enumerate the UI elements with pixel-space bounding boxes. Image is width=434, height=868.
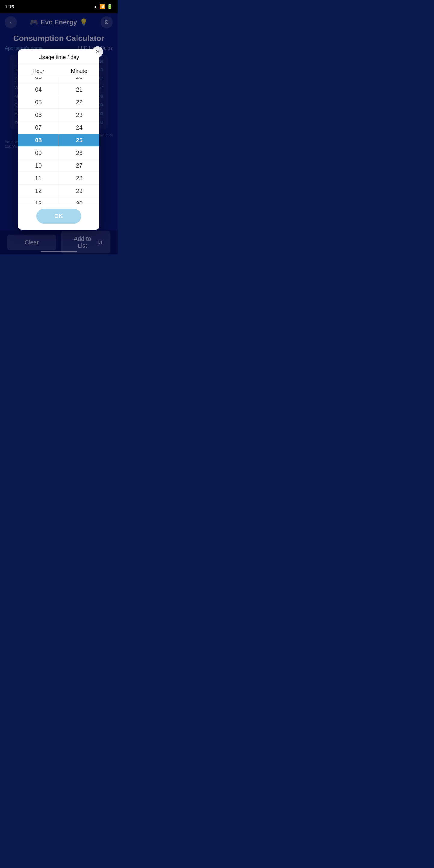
hour-item-06[interactable]: 06 [18, 109, 59, 121]
status-bar: 1:15 ▲ 📶 🔋 [0, 0, 118, 13]
close-icon: ✕ [96, 49, 100, 55]
hour-item-10[interactable]: 10 [18, 159, 59, 172]
ok-button-wrap: OK [18, 204, 99, 230]
picker-scroll-area[interactable]: 00 01 02 03 04 05 06 07 08 09 10 11 12 1… [18, 77, 99, 204]
status-time: 1:15 [5, 4, 14, 9]
minute-item-27[interactable]: 27 [59, 159, 100, 172]
hour-item-07[interactable]: 07 [18, 121, 59, 134]
minute-item-24[interactable]: 24 [59, 121, 100, 134]
close-button[interactable]: ✕ [92, 46, 103, 57]
hour-item-12[interactable]: 12 [18, 185, 59, 197]
minute-item-20[interactable]: 20 [59, 77, 100, 84]
hour-item-13[interactable]: 13 [18, 197, 59, 204]
hour-picker-column[interactable]: 00 01 02 03 04 05 06 07 08 09 10 11 12 1… [18, 77, 59, 204]
hour-item-11[interactable]: 11 [18, 172, 59, 185]
picker-header: Hour Minute [18, 64, 99, 77]
hour-item-03[interactable]: 03 [18, 77, 59, 84]
app-background: ‹ 🎮 Evo Energy 💡 ⚙ Consumption Calculato… [0, 13, 118, 254]
minute-item-26[interactable]: 26 [59, 147, 100, 159]
minute-item-21[interactable]: 21 [59, 84, 100, 96]
ok-button[interactable]: OK [36, 209, 82, 224]
minute-item-29[interactable]: 29 [59, 185, 100, 197]
time-picker-modal: Usage time / day Hour Minute 00 01 02 03… [18, 50, 99, 230]
minute-item-28[interactable]: 28 [59, 172, 100, 185]
minute-item-23[interactable]: 23 [59, 109, 100, 121]
hour-item-08[interactable]: 08 [18, 134, 59, 147]
minute-header: Minute [59, 68, 99, 74]
hour-item-05[interactable]: 05 [18, 96, 59, 109]
hour-item-09[interactable]: 09 [18, 147, 59, 159]
home-indicator [41, 251, 77, 252]
modal-title: Usage time / day [18, 50, 99, 64]
hour-header: Hour [18, 68, 59, 74]
hour-item-04[interactable]: 04 [18, 84, 59, 96]
minute-picker-column[interactable]: 16 17 18 19 20 21 22 23 24 25 26 27 28 2… [59, 77, 100, 204]
minute-item-22[interactable]: 22 [59, 96, 100, 109]
status-icons: ▲ 📶 🔋 [93, 4, 113, 9]
minute-item-25[interactable]: 25 [59, 134, 100, 147]
minute-item-30[interactable]: 30 [59, 197, 100, 204]
